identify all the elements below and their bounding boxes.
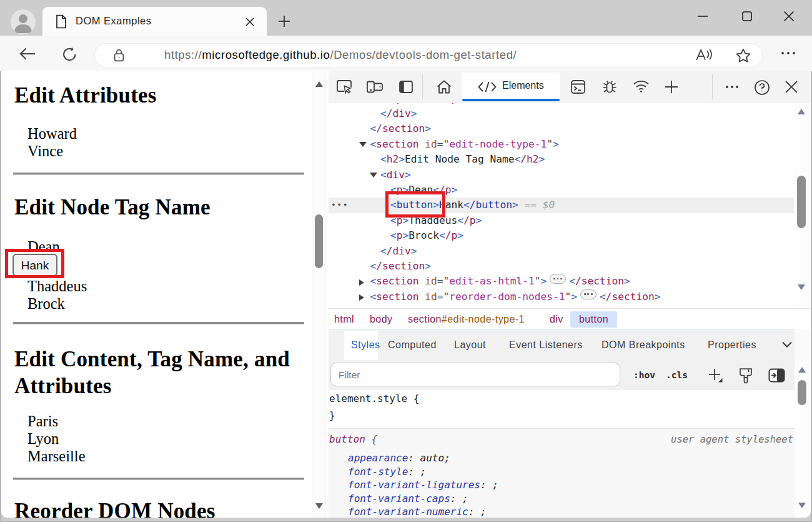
dom-scrollbar[interactable] xyxy=(794,103,810,308)
expander-right-icon[interactable] xyxy=(359,279,364,286)
breadcrumb-item-div[interactable]: div xyxy=(550,311,563,328)
code-token-tag: /p xyxy=(463,214,476,226)
dom-row[interactable]: </div> xyxy=(329,106,794,121)
sidebar-tab-event-listeners[interactable]: Event Listeners xyxy=(509,330,583,360)
inspect-icon[interactable] xyxy=(336,79,351,94)
network-conditions-icon[interactable] xyxy=(633,79,648,94)
css-property-appearance[interactable]: appearance: auto; xyxy=(348,451,450,465)
scroll-down-icon[interactable] xyxy=(798,284,805,290)
dom-row-code: <section id="edit-as-html-1"></section> xyxy=(370,274,630,289)
dom-row[interactable]: <section id="edit-as-html-1"></section> xyxy=(329,274,794,289)
toggle-sidebar-icon[interactable] xyxy=(768,368,785,383)
element-style-block[interactable]: element.style {} xyxy=(329,390,420,424)
console-icon[interactable] xyxy=(570,79,585,94)
page-paragraph: Brock xyxy=(27,296,65,311)
pseudo-state-toggle[interactable]: :hov xyxy=(633,360,655,390)
css-property-font-style[interactable]: font-style: ; xyxy=(348,465,426,479)
sidebar-tabs: StylesComputedLayoutEvent ListenersDOM B… xyxy=(329,329,795,361)
dom-row[interactable]: <p>Brock</p> xyxy=(329,228,794,243)
breadcrumb-item-button[interactable]: button xyxy=(570,311,617,328)
page-heading-edit-node-tag-name: Edit Node Tag Name xyxy=(14,194,210,221)
minimize-icon[interactable] xyxy=(697,11,708,22)
profile-avatar[interactable] xyxy=(11,9,36,34)
help-icon[interactable] xyxy=(754,79,769,94)
scroll-down-icon[interactable] xyxy=(798,503,806,508)
maximize-icon[interactable] xyxy=(741,11,753,22)
refresh-icon[interactable] xyxy=(62,48,77,61)
favorite-star-icon[interactable] xyxy=(736,48,751,63)
add-tools-icon[interactable] xyxy=(665,79,680,94)
close-devtools-icon[interactable] xyxy=(784,79,799,94)
code-token-tag: /div xyxy=(387,245,411,257)
sidebar-tab-dom-breakpoints[interactable]: DOM Breakpoints xyxy=(602,330,685,360)
scrollbar-thumb[interactable] xyxy=(315,214,323,268)
breadcrumb-tag: body xyxy=(370,314,393,324)
collapsed-content-icon[interactable] xyxy=(550,274,566,284)
sidebar-tab-computed[interactable]: Computed xyxy=(388,330,437,360)
page-paragraph: Thaddeus xyxy=(27,278,87,294)
window-close-icon[interactable] xyxy=(783,11,795,22)
chevron-down-icon[interactable] xyxy=(781,341,793,348)
scroll-up-icon[interactable] xyxy=(315,81,323,87)
row-ellipsis-icon[interactable]: ••• xyxy=(331,198,349,213)
page-scrollbar[interactable] xyxy=(312,71,325,518)
tab-close-icon[interactable] xyxy=(244,16,256,28)
code-token-q: =" xyxy=(437,275,450,287)
dom-row-code: </section> xyxy=(370,121,431,136)
styles-scrollbar[interactable] xyxy=(795,360,810,518)
device-emulation-icon[interactable] xyxy=(366,79,381,94)
new-tab-icon[interactable] xyxy=(277,14,291,28)
code-token-val: edit-node-type-1 xyxy=(449,138,547,150)
expander-down-icon[interactable] xyxy=(359,142,367,147)
dom-row[interactable]: <div> xyxy=(329,168,794,183)
more-tools-icon[interactable] xyxy=(725,79,740,94)
sidebar-tab-layout[interactable]: Layout xyxy=(454,330,486,360)
dom-row[interactable]: <section id="reorder-dom-nodes-1"></sect… xyxy=(329,289,794,304)
sidebar-tab-properties[interactable]: Properties xyxy=(708,330,756,360)
tab-elements[interactable]: Elements xyxy=(462,73,560,101)
dom-row[interactable]: </div> xyxy=(329,244,794,259)
browser-tab[interactable]: DOM Examples xyxy=(42,7,267,36)
element-style-close: } xyxy=(329,409,335,421)
read-aloud-icon[interactable] xyxy=(696,48,713,62)
breadcrumb-item-section[interactable]: section#edit-node-type-1 xyxy=(408,311,525,328)
scrollbar-thumb[interactable] xyxy=(798,380,806,405)
url-bar[interactable]: https://microsoftedge.github.io/Demos/de… xyxy=(95,44,762,67)
element-class-toggle[interactable]: .cls xyxy=(666,360,688,390)
rule-selector: button xyxy=(329,433,365,445)
css-property-font-variant-numeric[interactable]: font-variant-numeric: ; xyxy=(348,505,487,518)
scroll-up-icon[interactable] xyxy=(798,367,806,373)
dom-row-code: <section id="reorder-dom-nodes-1"></sect… xyxy=(370,289,661,304)
sidebar-tab-styles[interactable]: Styles xyxy=(351,330,380,360)
scroll-up-icon[interactable] xyxy=(798,109,805,114)
collapsed-content-icon[interactable] xyxy=(580,289,597,299)
dom-row[interactable]: <section id="edit-node-type-1"> xyxy=(329,137,794,152)
filter-input[interactable]: Filter xyxy=(330,363,620,386)
debug-icon[interactable] xyxy=(602,79,616,94)
new-style-rule-icon[interactable] xyxy=(708,368,724,384)
css-property-font-variant-ligatures[interactable]: font-variant-ligatures: ; xyxy=(348,478,498,492)
breadcrumb-item-html[interactable]: html xyxy=(334,311,354,328)
code-token-metait: $0 xyxy=(543,199,555,211)
breadcrumb-item-body[interactable]: body xyxy=(370,311,393,328)
browser-menu-icon[interactable] xyxy=(781,48,796,59)
dom-row[interactable]: </section> xyxy=(329,121,794,136)
dom-tree: <p>Vince</p></div></section><section id=… xyxy=(329,103,810,308)
dom-row[interactable]: <h2>Edit Node Tag Name</h2> xyxy=(329,152,794,167)
expander-down-icon[interactable] xyxy=(370,173,377,178)
code-token-br: < xyxy=(370,275,377,287)
back-icon[interactable] xyxy=(19,48,36,60)
dom-row-code: </section> xyxy=(370,259,431,274)
dom-row[interactable]: </section> xyxy=(329,259,794,274)
expander-right-icon[interactable] xyxy=(359,294,364,301)
annotation-rectangle-page xyxy=(5,249,64,278)
css-property-font-variant-caps[interactable]: font-variant-caps: ; xyxy=(348,492,468,506)
rule-origin: user agent stylesheet xyxy=(671,434,793,445)
page-paragraph: Howard xyxy=(27,126,77,141)
home-icon[interactable] xyxy=(436,79,451,94)
dock-side-icon[interactable] xyxy=(399,80,413,95)
paint-brush-icon[interactable] xyxy=(738,368,753,384)
scrollbar-thumb[interactable] xyxy=(797,176,806,228)
scroll-down-icon[interactable] xyxy=(315,503,323,509)
code-token-tag: section xyxy=(376,275,418,287)
